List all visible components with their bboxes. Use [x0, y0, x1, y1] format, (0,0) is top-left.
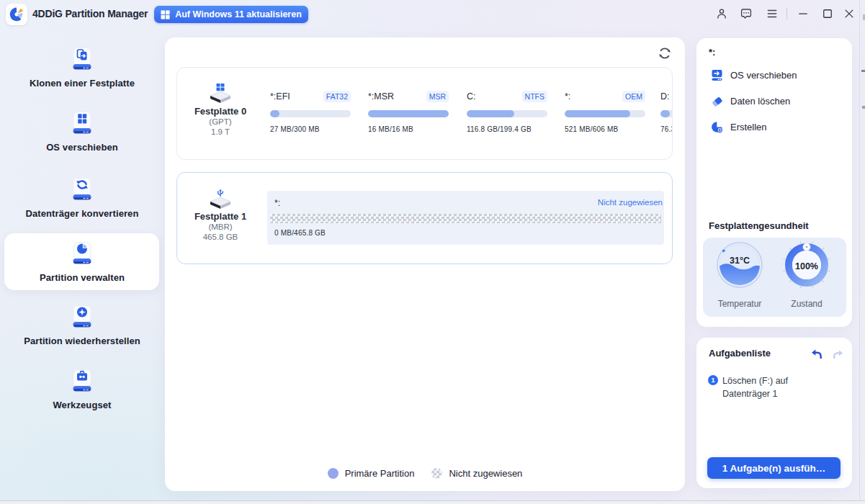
svg-text:100%: 100%	[795, 261, 818, 271]
svg-text:31°C: 31°C	[730, 256, 750, 266]
